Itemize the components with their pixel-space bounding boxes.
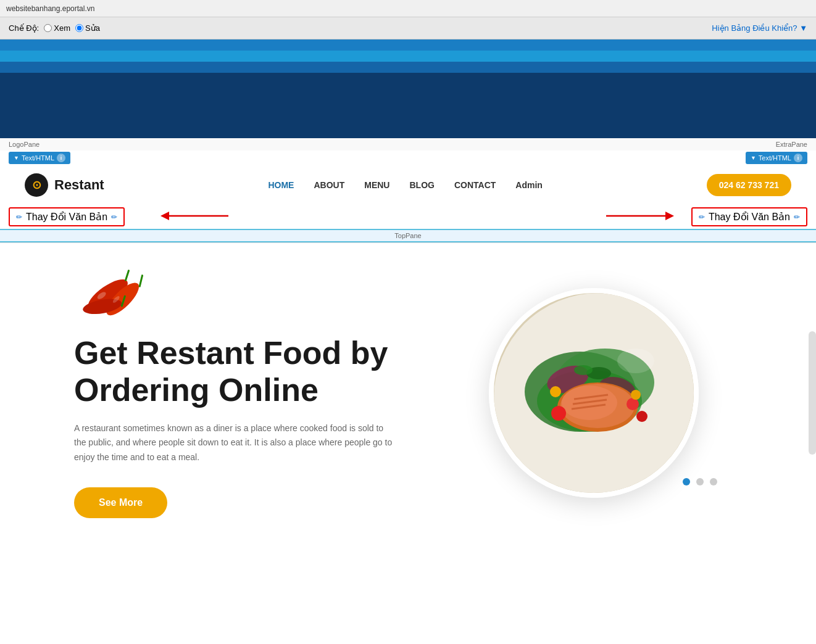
text-html-badge-right[interactable]: ▼ Text/HTML i [746, 152, 807, 164]
hero-right [420, 288, 767, 498]
slide-dot-3[interactable] [710, 478, 717, 485]
svg-point-25 [627, 398, 639, 410]
phone-button[interactable]: 024 62 733 721 [707, 174, 791, 196]
logo-icon: ⊙ [25, 173, 48, 197]
scrollbar-hint[interactable] [809, 331, 816, 455]
browser-bar: websitebanhang.eportal.vn [0, 0, 816, 17]
slide-dots [683, 478, 717, 485]
text-html-bar: ▼ Text/HTML i ▼ Text/HTML i [0, 151, 816, 165]
slide-dot-1[interactable] [683, 478, 690, 485]
edit-link-left-container: ✏ Thay Đổi Văn Bản ✏ [9, 207, 125, 226]
hero-description: A restaurant sometimes known as a diner … [74, 421, 395, 465]
view-option[interactable]: Xem [44, 23, 70, 33]
nav-link-about[interactable]: ABOUT [314, 180, 344, 190]
hero-title: Get Restant Food by Ordering Online [74, 335, 420, 409]
logo-text: Restant [54, 177, 104, 193]
nav-link-home[interactable]: HOME [268, 180, 294, 190]
svg-marker-3 [665, 212, 674, 220]
pencil-icon-right: ✏ [699, 213, 705, 221]
chili-decoration [74, 268, 420, 323]
info-icon-left[interactable]: i [57, 154, 65, 162]
mode-selector[interactable]: Chế Độ: Xem Sửa [9, 23, 100, 33]
svg-point-26 [636, 411, 647, 422]
red-arrow-right [600, 208, 674, 226]
dropdown-icon-left: ▼ [14, 155, 19, 161]
pane-labels: LogoPane ExtraPane [0, 138, 816, 151]
svg-point-30 [574, 365, 593, 375]
slide-dot-2[interactable] [696, 478, 704, 485]
show-panel-link[interactable]: Hiện Bảng Điều Khiển? ▼ [712, 23, 807, 33]
nav-link-admin[interactable]: Admin [515, 180, 543, 190]
nav-link-menu[interactable]: MENU [364, 180, 389, 190]
hero-section: Get Restant Food by Ordering Online A re… [0, 243, 816, 543]
edit-radio[interactable] [75, 24, 83, 32]
text-html-badge-left[interactable]: ▼ Text/HTML i [9, 152, 70, 164]
edit-option[interactable]: Sửa [75, 23, 100, 33]
svg-marker-1 [160, 212, 169, 220]
control-bar: Chế Độ: Xem Sửa Hiện Bảng Điều Khiển? ▼ [0, 17, 816, 39]
logo-pane-label: LogoPane [9, 141, 40, 148]
top-pane-label: TopPane [0, 230, 816, 242]
nav-link-blog[interactable]: BLOG [409, 180, 434, 190]
svg-point-27 [550, 386, 561, 397]
mode-label: Chế Độ: [9, 23, 39, 33]
svg-point-24 [551, 406, 566, 421]
edit-text-link-right[interactable]: Thay Đổi Văn Bản [709, 211, 790, 223]
blue-header [0, 39, 816, 138]
svg-line-7 [123, 271, 131, 281]
admin-toolbar: LogoPane ExtraPane ▼ Text/HTML i ▼ Text/… [0, 138, 816, 243]
extra-pane-label: ExtraPane [776, 141, 807, 148]
red-arrow-left [160, 208, 235, 226]
dropdown-icon-right: ▼ [751, 155, 756, 161]
main-nav: HOME ABOUT MENU BLOG CONTACT Admin [268, 180, 542, 190]
svg-point-28 [631, 390, 641, 400]
info-icon-right[interactable]: i [794, 154, 802, 162]
edit-link-right-container: ✏ Thay Đổi Văn Bản ✏ [691, 207, 807, 226]
nav-link-contact[interactable]: CONTACT [454, 180, 496, 190]
edit-bar: ✏ Thay Đổi Văn Bản ✏ ✏ Thay Đổi Văn Bản … [0, 205, 816, 230]
view-radio[interactable] [44, 24, 52, 32]
browser-url: websitebanhang.eportal.vn [6, 4, 94, 13]
svg-point-31 [617, 349, 654, 373]
food-plate-image [489, 288, 699, 498]
see-more-button[interactable]: See More [74, 487, 167, 518]
nav-bar: ⊙ Restant HOME ABOUT MENU BLOG CONTACT A… [0, 165, 816, 205]
pencil-icon-right-2: ✏ [794, 213, 800, 221]
pencil-icon-left: ✏ [16, 213, 22, 221]
pencil-icon-left-2: ✏ [111, 213, 117, 221]
hero-left: Get Restant Food by Ordering Online A re… [74, 268, 420, 518]
edit-text-link-left[interactable]: Thay Đổi Văn Bản [26, 211, 107, 223]
logo-area: ⊙ Restant [25, 173, 104, 197]
